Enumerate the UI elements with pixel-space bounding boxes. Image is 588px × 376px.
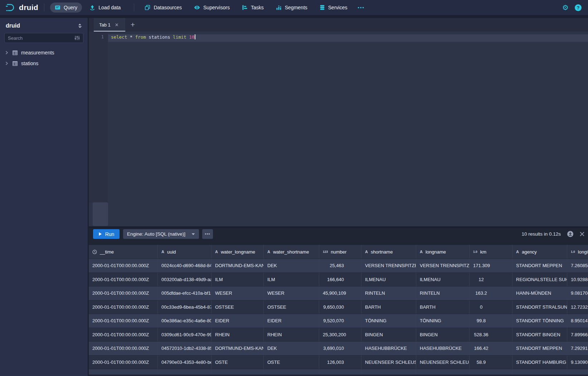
column-header-water_longname[interactable]: Awater_longname bbox=[212, 245, 264, 259]
engine-select[interactable]: Engine: Auto [SQL (native)] bbox=[123, 229, 199, 239]
cell-number[interactable]: 126,003 bbox=[319, 356, 361, 369]
nav-item-segments[interactable]: Segments bbox=[271, 3, 312, 13]
column-header-longitude[interactable]: 1.0longitude bbox=[567, 245, 588, 259]
sort-double-caret-icon[interactable] bbox=[78, 23, 82, 28]
cell-water_longname[interactable]: DORTMUND-EMS-KANA bbox=[212, 259, 264, 273]
cell-km[interactable]: 163.2 bbox=[470, 286, 512, 300]
nav-item-query[interactable]: Query bbox=[50, 3, 82, 13]
cell-number[interactable]: 25,463 bbox=[319, 259, 361, 273]
cell-__time[interactable]: 2000-01-01T00:00:00.000Z bbox=[89, 259, 158, 273]
cell-km[interactable]: 166.42 bbox=[470, 342, 512, 355]
cell-shortname[interactable]: ILMENAU bbox=[361, 273, 416, 286]
cell-uuid[interactable]: 04572010-1db2-4338-85 bbox=[158, 342, 212, 355]
cell-uuid[interactable]: 04790e03-4353-4e80-be bbox=[158, 356, 212, 369]
settings-gear-icon[interactable]: ⚙ bbox=[562, 4, 569, 11]
cell-__time[interactable]: 2000-01-01T00:00:00.000Z bbox=[89, 300, 158, 314]
cell-water_longname[interactable]: EIDER bbox=[212, 314, 264, 328]
cell-water_shortname[interactable]: WESER bbox=[264, 286, 319, 300]
cell-longname[interactable]: VERSEN TRENNSPITZE bbox=[416, 259, 470, 273]
search-input[interactable] bbox=[8, 35, 72, 41]
cell-agency[interactable]: REGIONALSTELLE SUHL bbox=[512, 273, 567, 286]
cell-water_longname[interactable]: ILM bbox=[212, 273, 264, 286]
cell-uuid[interactable]: 00e386ac-e35c-4a6e-80 bbox=[158, 314, 212, 328]
nav-item-tasks[interactable]: Tasks bbox=[237, 3, 268, 13]
sidebar-item-stations[interactable]: stations bbox=[0, 58, 88, 69]
column-header-longname[interactable]: Alongname bbox=[416, 245, 470, 259]
cell-water_shortname[interactable]: OSTE bbox=[264, 356, 319, 369]
query-more-button[interactable]: ••• bbox=[202, 229, 213, 239]
cell-longitude[interactable]: 9.13090 bbox=[567, 356, 588, 369]
cell-longitude[interactable]: 7.29291 bbox=[567, 342, 588, 355]
cell-water_longname[interactable]: RHEIN bbox=[212, 328, 264, 342]
cell-agency[interactable]: STANDORT BINGEN bbox=[512, 328, 567, 342]
column-header-__time[interactable]: __time bbox=[89, 245, 158, 259]
cell-water_longname[interactable]: WESER bbox=[212, 286, 264, 300]
cell-number[interactable]: 3,690,010 bbox=[319, 342, 361, 355]
cell-longname[interactable]: TÖNNING bbox=[416, 314, 470, 328]
nav-item-load-data[interactable]: Load data bbox=[85, 3, 125, 13]
cell-__time[interactable]: 2000-01-01T00:00:00.000Z bbox=[89, 328, 158, 342]
cell-water_shortname[interactable]: RHEIN bbox=[264, 328, 319, 342]
nav-item-datasources[interactable]: Datasources bbox=[140, 3, 186, 13]
cell-water_shortname[interactable]: ILM bbox=[264, 273, 319, 286]
cell-shortname[interactable]: BINGEN bbox=[361, 328, 416, 342]
sql-editor[interactable]: 1 select * from stations limit 10 bbox=[89, 32, 588, 226]
cell-agency[interactable]: STANDORT TÖNNING bbox=[512, 314, 567, 328]
cell-water_shortname[interactable]: DEK bbox=[264, 342, 319, 355]
cell-longname[interactable]: NEUENSEER SCHLEUSEN bbox=[416, 356, 470, 369]
chevron-right-icon[interactable] bbox=[5, 62, 11, 65]
download-icon[interactable] bbox=[567, 231, 574, 237]
cell-longitude[interactable]: 9.081704 bbox=[567, 286, 588, 300]
cell-longname[interactable]: HASEHUBBRÜCKE bbox=[416, 342, 470, 355]
cell-longname[interactable]: BARTH bbox=[416, 300, 470, 314]
cell-water_shortname[interactable]: DEK bbox=[264, 259, 319, 273]
cell-longitude[interactable]: 7.89966 bbox=[567, 328, 588, 342]
cell-number[interactable]: 166,640 bbox=[319, 273, 361, 286]
cell-agency[interactable]: STANDORT HAMBURG bbox=[512, 356, 567, 369]
schema-name[interactable]: druid bbox=[6, 23, 20, 29]
tab-tab1[interactable]: Tab 1 ✕ bbox=[94, 18, 125, 32]
cell-km[interactable]: 171.309 bbox=[470, 259, 512, 273]
cell-shortname[interactable]: HASEHUBBRÜCKE bbox=[361, 342, 416, 355]
column-header-number[interactable]: 123number bbox=[319, 245, 361, 259]
column-header-agency[interactable]: Aagency bbox=[512, 245, 567, 259]
druid-brand[interactable]: druid bbox=[5, 3, 38, 12]
cell-agency[interactable]: HANN-MÜNDEN bbox=[512, 286, 567, 300]
cell-water_shortname[interactable]: EIDER bbox=[264, 314, 319, 328]
cell-number[interactable]: 25,300,200 bbox=[319, 328, 361, 342]
cell-number[interactable]: 9,520,070 bbox=[319, 314, 361, 328]
cell-water_shortname[interactable]: OSTSEE bbox=[264, 300, 319, 314]
cell-km[interactable]: 58.9 bbox=[470, 356, 512, 369]
cell-__time[interactable]: 2000-01-01T00:00:00.000Z bbox=[89, 314, 158, 328]
nav-item-services[interactable]: Services bbox=[315, 3, 352, 13]
cell-km[interactable]: 12 bbox=[470, 273, 512, 286]
close-results-icon[interactable] bbox=[580, 232, 584, 236]
column-header-uuid[interactable]: Auuid bbox=[158, 245, 212, 259]
cell-agency[interactable]: STANDORT MEPPEN bbox=[512, 342, 567, 355]
cell-__time[interactable]: 2000-01-01T00:00:00.000Z bbox=[89, 342, 158, 355]
column-header-km[interactable]: 1.0km bbox=[470, 245, 512, 259]
cell-agency[interactable]: STANDORT MEPPEN bbox=[512, 259, 567, 273]
cell-uuid[interactable]: 005dfdae-efcc-410a-bf1 bbox=[158, 286, 212, 300]
cell-shortname[interactable]: TÖNNING bbox=[361, 314, 416, 328]
cell-longitude[interactable]: 8.95014 bbox=[567, 314, 588, 328]
cell-shortname[interactable]: RINTELN bbox=[361, 286, 416, 300]
cell-km[interactable]: 528.36 bbox=[470, 328, 512, 342]
cell-__time[interactable]: 2000-01-01T00:00:00.000Z bbox=[89, 356, 158, 369]
help-icon[interactable]: ? bbox=[575, 4, 582, 11]
cell-km[interactable]: 0 bbox=[470, 300, 512, 314]
cell-number[interactable]: 45,900,109 bbox=[319, 286, 361, 300]
cell-shortname[interactable]: VERSEN TRENNSPITZE bbox=[361, 259, 416, 273]
cell-km[interactable]: 99.8 bbox=[470, 314, 512, 328]
sidebar-item-measurements[interactable]: measurements bbox=[0, 47, 88, 58]
cell-shortname[interactable]: BARTH bbox=[361, 300, 416, 314]
cell-longname[interactable]: ILMENAU bbox=[416, 273, 470, 286]
cell-number[interactable]: 9,650,030 bbox=[319, 300, 361, 314]
tab-close-icon[interactable]: ✕ bbox=[115, 22, 119, 28]
cell-uuid[interactable]: 0309cd61-90c9-470e-99 bbox=[158, 328, 212, 342]
column-header-shortname[interactable]: Ashortname bbox=[361, 245, 416, 259]
cell-agency[interactable]: STANDORT STRALSUND bbox=[512, 300, 567, 314]
cell-longname[interactable]: RINTELN bbox=[416, 286, 470, 300]
cell-longitude[interactable]: 7.260856 bbox=[567, 259, 588, 273]
navbar-more-button[interactable]: ••• bbox=[355, 3, 368, 13]
